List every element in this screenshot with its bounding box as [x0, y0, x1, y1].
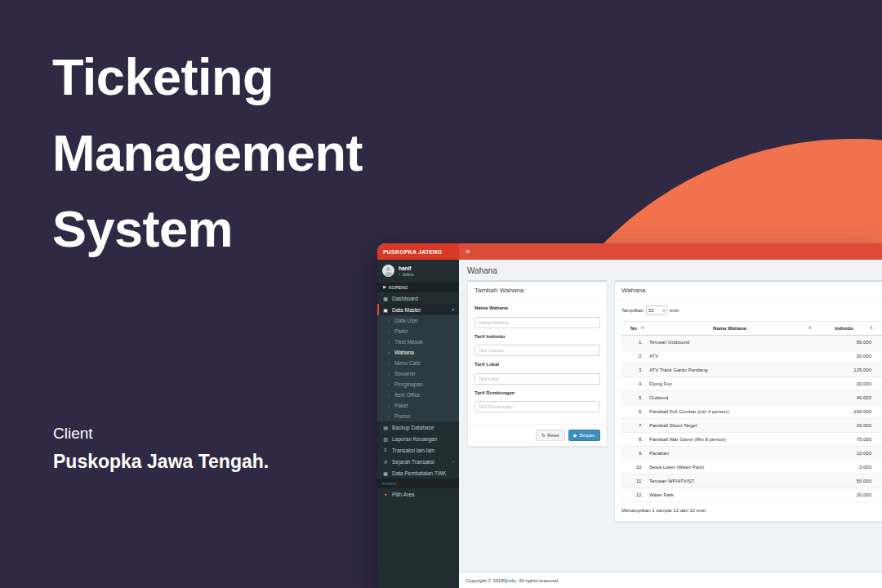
sidebar-subitem-item-office[interactable]: ○Item Office [377, 390, 459, 400]
sort-icon: ⇅ [641, 325, 644, 330]
table-row: 2.ATV20.000 [621, 350, 882, 363]
app-window: PUSKOPKA JATENG ≡ hanif ● Online ⚑ KOPEN… [377, 243, 882, 588]
form-group-nama-wahana: Nama Wahana [474, 305, 600, 328]
form-group-tarif-lokal: Tarif Lokal [474, 362, 600, 385]
cell-nama-wahana: Water Park [646, 488, 813, 502]
cell-individu: 20.000 [813, 419, 875, 433]
tarif-rombongan-input[interactable] [474, 401, 600, 412]
sidebar-subitem-souvenir[interactable]: ○Souvenir [377, 368, 459, 379]
sidebar-item-pilih-area[interactable]: ● Pilih Area [377, 488, 459, 500]
wahana-table-card: Wahana Tampilkan 50 ▾ entri No [614, 280, 882, 522]
app-brand: PUSKOPKA JATENG [377, 243, 459, 260]
column-header-cutoff[interactable]: ⇅ [875, 322, 882, 336]
user-avatar [382, 265, 394, 277]
sidebar-subitem-penginapan[interactable]: ○Penginapan [377, 379, 459, 390]
flag-icon: ⚑ [382, 285, 386, 290]
sidebar-subitem-menu-cafe[interactable]: ○Menu Cafe [377, 358, 459, 368]
item-label: Backup Database [392, 425, 434, 430]
hero-title-line1: Ticketing [52, 39, 363, 115]
cell-nama-wahana: Flying Fox [646, 377, 813, 391]
circle-icon: ○ [386, 329, 391, 334]
tarif-lokal-input[interactable] [474, 373, 600, 385]
form-group-tarif-rombongan: Tarif Rombongan [474, 390, 600, 413]
reset-button[interactable]: ↻ Reset [536, 430, 564, 441]
column-label: No [630, 326, 637, 331]
sidebar-item-sejarah-transaksi[interactable]: ↺Sejarah Transaksi‹ [377, 456, 459, 467]
table-row: 10.Sewa Loker (Water Park)3.000 [621, 461, 882, 474]
sidebar-subitem-wahana[interactable]: ○Wahana [377, 347, 459, 358]
circle-icon: ○ [386, 382, 391, 387]
sidebar-subitem-promo[interactable]: ○Promo [377, 411, 459, 421]
tarif-individu-input[interactable] [474, 345, 600, 356]
sidebar-subitem-tiket-masuk[interactable]: ○Tiket Masuk [377, 336, 459, 347]
subitem-label: Paket [394, 403, 408, 408]
refresh-icon: ↻ [541, 433, 546, 438]
form-footer: ↻ Reset ▶ Simpan [468, 424, 607, 446]
table-row: 1.Terusan Outbound50.000 [621, 336, 882, 350]
field-label: Nama Wahana [474, 305, 600, 310]
table-row: 6.Paintball Full Combat (min 4 person)15… [621, 405, 882, 419]
circle-icon: ○ [386, 340, 391, 345]
table-row: 11.Terusan WP/ATV/ST50.000 [621, 474, 882, 488]
folder-icon: ▣ [382, 307, 389, 313]
form-group-tarif-individu: Tarif Individu [474, 334, 600, 357]
cell-individu: 50.000 [813, 474, 875, 488]
sidebar-toggle-icon[interactable]: ≡ [466, 247, 470, 256]
cell-nama-wahana: Terusan WP/ATV/ST [646, 474, 813, 488]
sidebar-item-transaksi-lain-lain[interactable]: ≡Transaksi lain-lain [377, 444, 459, 456]
column-header-nama-wahana[interactable]: Nama Wahana⇅ [646, 322, 813, 336]
sidebar-item-laporan-keuangan[interactable]: ▥Laporan Keuangan [377, 433, 459, 444]
sidebar-subitem-paket[interactable]: ○Paket [377, 400, 459, 411]
form-card-title: Tambah Wahana [468, 282, 607, 300]
report-icon: ▥ [382, 436, 389, 442]
cell-cutoff [875, 377, 882, 391]
cell-cutoff [875, 336, 882, 350]
simpan-button[interactable]: ▶ Simpan [568, 430, 600, 441]
cell-no: 8. [621, 433, 646, 447]
table-row: 9.Panahan10.000 [621, 447, 882, 461]
sidebar-item-dashboard[interactable]: ▦Dashboard [377, 292, 459, 304]
sidebar-item-data-pembatalan-twk[interactable]: ▦Data Pembatalan TWK [377, 467, 459, 479]
column-header-individu[interactable]: Individu⇅ [813, 322, 875, 336]
cell-cutoff [875, 419, 882, 433]
circle-icon: ○ [386, 372, 391, 376]
item-label: Laporan Keuangan [392, 436, 437, 442]
cell-no: 1. [621, 336, 646, 350]
sidebar-subitem-data-user[interactable]: ○Data User [377, 315, 459, 326]
table-row: 5.Outbond40.000 [621, 391, 882, 405]
sidebar-item-backup-database[interactable]: ▤Backup Database [377, 421, 459, 433]
table-row: 7.Paintball Shoot Target20.000 [621, 419, 882, 433]
user-name: hanif [399, 265, 414, 271]
main-content: Wahana Tambah Wahana Nama WahanaTarif In… [459, 260, 882, 588]
circle-icon: ○ [386, 393, 391, 398]
subitem-label: Item Office [394, 392, 420, 398]
tambah-wahana-card: Tambah Wahana Nama WahanaTarif IndividuT… [467, 280, 608, 447]
sidebar-header-kontrol: Kontrol [377, 479, 459, 488]
sidebar-item-data-master[interactable]: ▣Data Master▾ [377, 304, 459, 315]
client-label: Client [53, 425, 93, 443]
hero-title-line3: System [52, 191, 363, 267]
circle-icon: ○ [386, 403, 391, 408]
cell-no: 12. [621, 488, 646, 502]
table-row: 12.Water Park20.000 [621, 488, 882, 502]
sort-icon: ⇅ [808, 325, 812, 330]
subitem-label: Souvenir [394, 371, 416, 376]
column-header-no[interactable]: No⇅ [621, 322, 646, 336]
entries-label: entri [670, 308, 679, 313]
chevron-icon: ▾ [452, 307, 454, 312]
app-navbar: ≡ [459, 243, 882, 260]
page-length-select[interactable]: 50 ▾ [646, 305, 667, 315]
cell-no: 4. [621, 377, 646, 391]
cell-individu: 150.000 [813, 405, 875, 419]
nama-wahana-input[interactable] [474, 317, 600, 328]
sidebar: hanif ● Online ⚑ KOPENG ▦Dashboard▣Data … [377, 260, 459, 588]
item-label: Data Pembatalan TWK [392, 470, 446, 476]
sidebar-subitem-parkir[interactable]: ○Parkir [377, 326, 459, 336]
table-body: 1.Terusan Outbound50.0002.ATV20.0003.ATV… [621, 336, 882, 502]
cell-no: 9. [621, 447, 646, 461]
footer-brand-link[interactable]: Qods [504, 578, 516, 583]
table-row: 3.ATV Track Gardu Pandang125.000 [621, 363, 882, 377]
user-status: ● Online [399, 272, 414, 277]
footer-rights: . All rights reserved. [516, 578, 559, 583]
cell-individu: 75.000 [813, 433, 875, 447]
